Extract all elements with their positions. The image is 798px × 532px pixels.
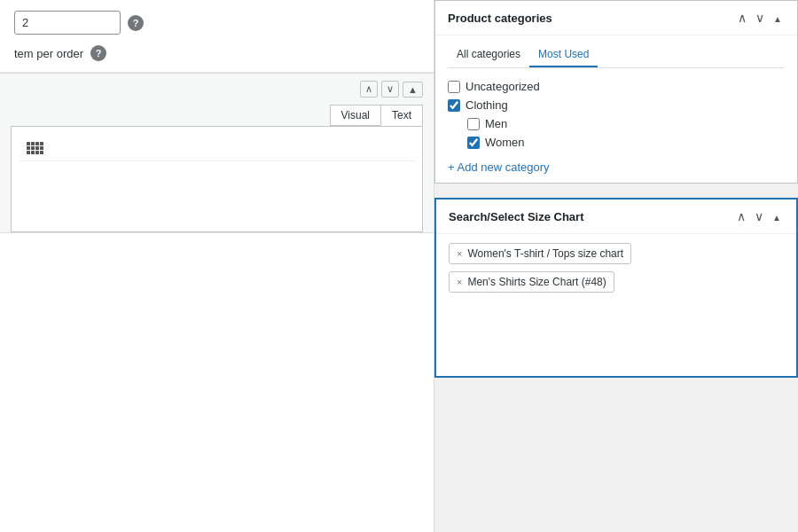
quantity-input[interactable]: [14, 11, 121, 35]
size-chart-title: Search/Select Size Chart: [449, 210, 583, 223]
checkbox-men[interactable]: [467, 118, 480, 130]
tab-most-used[interactable]: Most Used: [529, 44, 598, 67]
down-icon: ∨: [387, 83, 394, 95]
list-item: Uncategorized: [448, 77, 785, 96]
list-item: Men: [448, 114, 785, 133]
tab-all-categories[interactable]: All categories: [448, 44, 529, 67]
cat-up-icon: ∧: [738, 11, 747, 25]
categories-body: All categories Most Used Uncategorized C…: [435, 35, 797, 183]
editor-area: [11, 126, 423, 232]
up-icon: ∧: [365, 83, 372, 95]
category-label: Clothing: [466, 98, 508, 112]
grid-icon: [27, 142, 43, 154]
help-icon[interactable]: ?: [128, 15, 144, 31]
grid-toolbar-icon[interactable]: [22, 137, 48, 157]
size-chart-body: × Women's T-shirt / Tops size chart × Me…: [436, 234, 796, 376]
help-icon-2[interactable]: ?: [90, 45, 106, 61]
category-tabs: All categories Most Used: [448, 44, 785, 68]
sc-up-icon: ∧: [737, 209, 746, 223]
section-toolbar: ∧ ∨ ▲: [0, 74, 434, 105]
cat-collapse-icon: ▲: [773, 14, 782, 24]
categories-down-btn[interactable]: ∨: [753, 10, 767, 26]
checkbox-uncategorized[interactable]: [448, 81, 460, 93]
cat-down-icon: ∨: [755, 11, 764, 25]
editor-section: ∧ ∨ ▲ Visual Text: [0, 73, 434, 233]
section-down-btn[interactable]: ∨: [381, 81, 399, 98]
editor-tabs: Visual Text: [0, 105, 434, 126]
size-chart-controls: ∧ ∨ ▲: [734, 208, 784, 224]
list-item: Women: [448, 133, 785, 152]
categories-controls: ∧ ∨ ▲: [735, 10, 785, 26]
category-label: Women: [485, 136, 525, 149]
tab-visual[interactable]: Visual: [330, 105, 380, 126]
size-chart-collapse-btn[interactable]: ▲: [770, 208, 784, 224]
size-tag: × Men's Shirts Size Chart (#48): [449, 271, 614, 293]
remove-tag-2-btn[interactable]: ×: [457, 277, 462, 287]
remove-tag-1-btn[interactable]: ×: [457, 248, 462, 259]
per-order-label: tem per order: [14, 47, 83, 60]
categories-title: Product categories: [448, 12, 552, 25]
sc-collapse-icon: ▲: [772, 213, 781, 223]
right-panel: Product categories ∧ ∨ ▲ All categories …: [434, 0, 798, 532]
collapse-icon: ▲: [408, 84, 418, 95]
widget-header-categories: Product categories ∧ ∨ ▲: [435, 1, 797, 35]
category-list: Uncategorized Clothing Men Women: [448, 77, 785, 152]
category-label: Uncategorized: [466, 80, 540, 93]
size-tag-label: Women's T-shirt / Tops size chart: [467, 247, 623, 260]
size-tag: × Women's T-shirt / Tops size chart: [449, 243, 631, 264]
categories-up-btn[interactable]: ∧: [735, 10, 749, 26]
size-tag-label: Men's Shirts Size Chart (#48): [467, 276, 606, 288]
editor-toolbar: [19, 134, 415, 161]
checkbox-women[interactable]: [467, 137, 480, 149]
size-chart-down-btn[interactable]: ∨: [752, 208, 766, 224]
add-category-link[interactable]: + Add new category: [448, 160, 550, 174]
widget-header-size-chart: Search/Select Size Chart ∧ ∨ ▲: [436, 200, 796, 234]
category-label: Men: [485, 117, 507, 130]
sc-down-icon: ∨: [755, 209, 763, 223]
left-panel: ? tem per order ? ∧ ∨ ▲ Visual Text: [0, 0, 434, 532]
size-chart-up-btn[interactable]: ∧: [734, 208, 748, 224]
size-chart-widget: Search/Select Size Chart ∧ ∨ ▲ × Women's…: [434, 198, 798, 378]
product-categories-widget: Product categories ∧ ∨ ▲ All categories …: [434, 0, 798, 184]
list-item: Clothing: [448, 96, 785, 114]
section-collapse-btn[interactable]: ▲: [403, 82, 423, 98]
checkbox-clothing[interactable]: [448, 99, 460, 112]
tab-text[interactable]: Text: [380, 105, 423, 126]
quantity-section: ? tem per order ?: [0, 0, 434, 73]
categories-collapse-btn[interactable]: ▲: [771, 10, 785, 26]
section-up-btn[interactable]: ∧: [360, 81, 378, 98]
